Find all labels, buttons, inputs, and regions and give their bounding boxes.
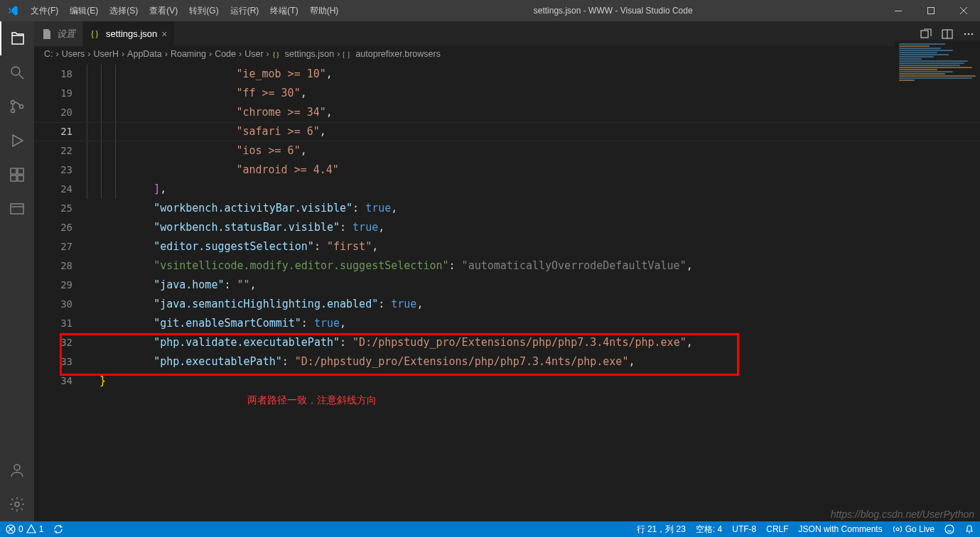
- status-bar: 0 1 行 21，列 23 空格: 4 UTF-8 CRLF JSON with…: [0, 521, 980, 537]
- line-number: 18: [34, 65, 87, 84]
- svg-point-16: [964, 33, 966, 35]
- extra-panel-icon[interactable]: [0, 192, 34, 226]
- svg-point-12: [15, 502, 19, 506]
- cursor-position[interactable]: 行 21，列 23: [637, 524, 686, 536]
- explorer-icon[interactable]: [0, 21, 34, 55]
- svg-rect-7: [18, 168, 23, 174]
- chevron-right-icon: ›: [239, 49, 242, 59]
- svg-point-11: [14, 465, 20, 470]
- array-icon: [ ]: [343, 49, 352, 59]
- svg-rect-14: [921, 31, 928, 38]
- code-line[interactable]: "java.semanticHighlighting.enabled": tru…: [128, 295, 980, 314]
- eol-indicator[interactable]: CRLF: [766, 524, 788, 534]
- menu-item[interactable]: 帮助(H): [304, 0, 345, 21]
- svg-text:{}: {}: [272, 50, 280, 58]
- open-changes-icon[interactable]: [920, 28, 932, 40]
- menu-item[interactable]: 终端(T): [264, 0, 303, 21]
- go-live[interactable]: Go Live: [893, 524, 935, 534]
- errors-warnings[interactable]: 0 1: [6, 524, 43, 534]
- breadcrumb-segment[interactable]: autoprefixer.browsers: [355, 49, 441, 59]
- line-number: 22: [34, 141, 87, 161]
- menu-item[interactable]: 文件(F): [25, 0, 64, 21]
- vscode-logo-icon: [0, 5, 25, 16]
- breadcrumb-segment[interactable]: UserH: [94, 49, 119, 59]
- menu-bar: 文件(F)编辑(E)选择(S)查看(V)转到(G)运行(R)终端(T)帮助(H): [25, 0, 344, 21]
- account-icon[interactable]: [0, 453, 34, 487]
- split-editor-icon[interactable]: [942, 28, 953, 40]
- code-line[interactable]: "vsintellicode.modify.editor.suggestSele…: [128, 256, 980, 276]
- sync-icon[interactable]: [53, 524, 63, 534]
- line-number: 20: [34, 103, 87, 122]
- svg-text:[ ]: [ ]: [343, 50, 350, 58]
- code-line[interactable]: "ie_mob >= 10",: [128, 65, 980, 84]
- chevron-right-icon: ›: [266, 49, 269, 59]
- code-line[interactable]: "git.enableSmartCommit": true,: [128, 314, 980, 333]
- code-content[interactable]: "ie_mob >= 10", "ff >= 30", "chrome >= 3…: [128, 62, 980, 521]
- code-line[interactable]: "ff >= 30",: [128, 84, 980, 103]
- tab-label: 设置: [57, 28, 75, 40]
- tabs-row: 设置 {} settings.json ×: [34, 21, 980, 46]
- svg-point-2: [11, 67, 20, 75]
- annotation-text: 两者路径一致，注意斜线方向: [247, 394, 377, 407]
- spaces-indicator[interactable]: 空格: 4: [696, 524, 722, 536]
- line-number: 29: [34, 276, 87, 295]
- breadcrumb-segment[interactable]: Code: [215, 49, 236, 59]
- title-bar: 文件(F)编辑(E)选择(S)查看(V)转到(G)运行(R)终端(T)帮助(H)…: [0, 0, 980, 21]
- svg-rect-9: [18, 175, 23, 181]
- code-line[interactable]: "java.home": "",: [128, 276, 980, 295]
- editor-region: 设置 {} settings.json × C:›Users›UserH›App…: [34, 21, 980, 521]
- more-actions-icon[interactable]: [963, 28, 974, 40]
- minimap[interactable]: [895, 40, 980, 112]
- watermark-text: https://blog.csdn.net/UserPython: [831, 509, 974, 520]
- breadcrumb-segment[interactable]: Roaming: [171, 49, 206, 59]
- line-number: 25: [34, 199, 87, 218]
- close-button[interactable]: [947, 0, 980, 21]
- breadcrumb[interactable]: C:›Users›UserH›AppData›Roaming›Code›User…: [34, 46, 980, 62]
- notifications-icon[interactable]: [964, 524, 974, 534]
- line-number: 31: [34, 314, 87, 333]
- menu-item[interactable]: 转到(G): [183, 0, 224, 21]
- code-line[interactable]: "editor.suggestSelection": "first",: [128, 237, 980, 256]
- run-debug-icon[interactable]: [0, 124, 34, 158]
- extensions-icon[interactable]: [0, 158, 34, 192]
- settings-gear-icon[interactable]: [0, 487, 34, 521]
- code-line[interactable]: "chrome >= 34",: [128, 103, 980, 122]
- breadcrumb-segment[interactable]: Users: [62, 49, 85, 59]
- maximize-button[interactable]: [915, 0, 947, 21]
- tab-settings[interactable]: 设置: [34, 21, 83, 46]
- code-line[interactable]: "ios >= 6",: [128, 141, 980, 161]
- editor[interactable]: 1819202122232425262728293031323334 "ie_m…: [34, 62, 980, 521]
- tab-label: settings.json: [106, 28, 157, 39]
- line-number: 23: [34, 161, 87, 180]
- breadcrumb-segment[interactable]: C:: [44, 49, 53, 59]
- tab-settings-json[interactable]: {} settings.json ×: [83, 21, 175, 46]
- braces-icon: {}: [90, 28, 102, 40]
- close-icon[interactable]: ×: [161, 28, 167, 40]
- svg-point-18: [971, 33, 974, 35]
- source-control-icon[interactable]: [0, 90, 34, 124]
- menu-item[interactable]: 运行(R): [225, 0, 265, 21]
- language-mode[interactable]: JSON with Comments: [799, 524, 883, 534]
- code-line[interactable]: "workbench.activityBar.visible": true,: [128, 199, 980, 218]
- feedback-icon[interactable]: [944, 524, 954, 534]
- menu-item[interactable]: 编辑(E): [64, 0, 104, 21]
- code-line[interactable]: "android >= 4.4": [128, 161, 980, 180]
- svg-point-4: [11, 109, 15, 113]
- warning-icon: [26, 524, 36, 534]
- braces-icon: {}: [272, 49, 282, 59]
- menu-item[interactable]: 选择(S): [104, 0, 144, 21]
- svg-rect-8: [11, 175, 16, 181]
- svg-rect-10: [11, 204, 23, 214]
- breadcrumb-segment[interactable]: User: [244, 49, 263, 59]
- chevron-right-icon: ›: [337, 49, 340, 59]
- code-line[interactable]: ],: [128, 180, 980, 199]
- encoding-indicator[interactable]: UTF-8: [732, 524, 756, 534]
- minimize-button[interactable]: [882, 0, 915, 21]
- line-number: 24: [34, 180, 87, 199]
- line-number: 26: [34, 218, 87, 237]
- search-icon[interactable]: [0, 55, 34, 90]
- breadcrumb-segment[interactable]: AppData: [127, 49, 162, 59]
- menu-item[interactable]: 查看(V): [144, 0, 183, 21]
- breadcrumb-segment[interactable]: settings.json: [285, 49, 334, 59]
- code-line[interactable]: "workbench.statusBar.visible": true,: [128, 218, 980, 237]
